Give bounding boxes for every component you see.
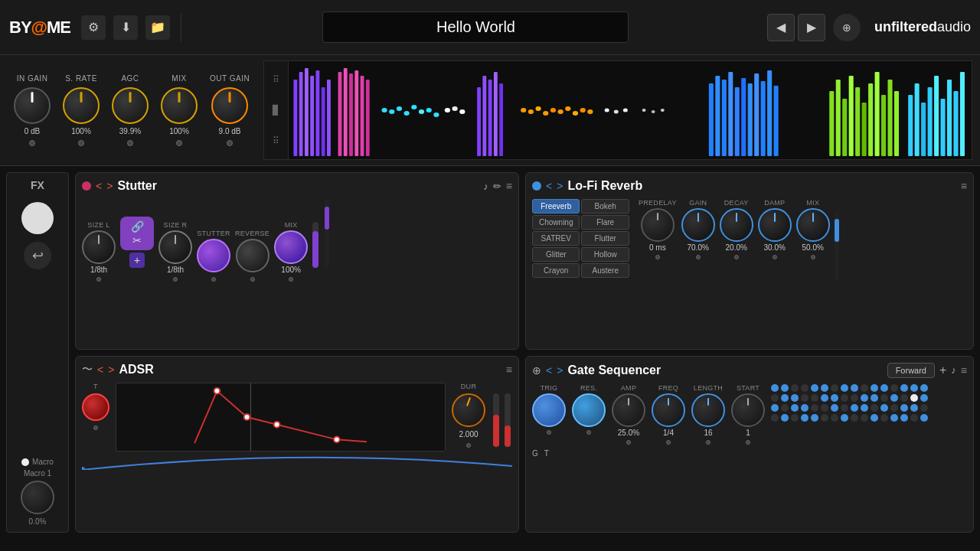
seq-cell[interactable] (880, 384, 888, 392)
seq-cell[interactable] (821, 414, 828, 422)
stutter-fader-1[interactable] (312, 222, 318, 268)
s-rate-knob[interactable] (63, 87, 100, 124)
spectrum-bars-icon[interactable]: ▊ (273, 105, 279, 116)
seq-cell[interactable] (781, 384, 789, 392)
seq-cell[interactable] (811, 404, 818, 412)
seq-cell[interactable] (781, 414, 789, 422)
seq-cell[interactable] (821, 384, 828, 392)
seq-cell[interactable] (791, 384, 799, 392)
length-knob[interactable] (691, 393, 725, 427)
seq-cell-white[interactable] (910, 394, 918, 402)
stutter-scrollbar[interactable] (325, 199, 329, 268)
forward-button[interactable]: Forward (887, 363, 935, 378)
adsr-menu-icon[interactable]: ≡ (506, 364, 512, 376)
lofi-mix-knob[interactable] (796, 208, 830, 242)
res-knob[interactable] (572, 393, 606, 427)
seq-cell[interactable] (801, 394, 808, 402)
stutter-edit-icon[interactable]: ✏ (493, 181, 501, 192)
seq-cell[interactable] (871, 384, 878, 392)
seq-cell[interactable] (811, 384, 818, 392)
freq-knob[interactable] (652, 393, 685, 427)
spectrum-grid-icon[interactable]: ⠿ (273, 135, 279, 146)
seq-cell[interactable] (801, 414, 808, 422)
preset-bokeh[interactable]: Bokeh (581, 199, 629, 214)
lofi-scrollbar[interactable] (835, 211, 839, 280)
seq-cell[interactable] (880, 394, 888, 402)
stutter-ctrl-knob[interactable] (197, 239, 230, 272)
seq-cell[interactable] (851, 404, 858, 412)
adsr-t-knob[interactable] (82, 393, 109, 421)
damp-knob[interactable] (758, 208, 792, 242)
seq-cell[interactable] (851, 394, 858, 402)
settings-icon[interactable]: ⚙ (81, 15, 106, 40)
seq-cell[interactable] (920, 404, 928, 412)
preset-satrev[interactable]: SATREV (532, 231, 580, 246)
seq-cell[interactable] (910, 404, 918, 412)
seq-cell[interactable] (851, 414, 858, 422)
out-gain-knob[interactable] (211, 87, 248, 124)
lofi-gain-knob[interactable] (681, 208, 715, 242)
preset-glitter[interactable]: Glitter (532, 247, 580, 262)
fx-back-button[interactable]: ↩ (24, 242, 51, 269)
macro-1-knob[interactable] (21, 481, 54, 514)
seq-cell[interactable] (851, 384, 858, 392)
seq-cell[interactable] (831, 404, 838, 412)
fx-circle[interactable] (21, 202, 54, 234)
mix-knob[interactable] (161, 87, 198, 124)
seq-cell[interactable] (791, 414, 799, 422)
seq-cell[interactable] (900, 384, 908, 392)
seq-cell[interactable] (871, 414, 878, 422)
gate-menu-icon[interactable]: ≡ (961, 364, 967, 377)
seq-cell[interactable] (841, 404, 848, 412)
seq-cell[interactable] (781, 404, 789, 412)
seq-cell[interactable] (801, 384, 808, 392)
seq-cell[interactable] (910, 414, 918, 422)
seq-cell[interactable] (890, 384, 898, 392)
adsr-fader-2[interactable] (505, 393, 511, 447)
start-knob[interactable] (731, 393, 765, 427)
seq-cell[interactable] (791, 394, 799, 402)
link-button[interactable]: 🔗 ✂ (120, 217, 154, 250)
adsr-graph[interactable] (116, 383, 446, 452)
seq-cell[interactable] (861, 414, 868, 422)
seq-cell[interactable] (900, 414, 908, 422)
adsr-dur-knob[interactable] (452, 393, 485, 427)
seq-cell[interactable] (861, 404, 868, 412)
seq-cell[interactable] (861, 384, 868, 392)
seq-cell[interactable] (890, 394, 898, 402)
seq-cell[interactable] (841, 394, 848, 402)
seq-cell[interactable] (880, 414, 888, 422)
seq-cell[interactable] (801, 404, 808, 412)
seq-cell[interactable] (871, 394, 878, 402)
gate-music-icon[interactable]: ♪ (951, 364, 956, 376)
download-icon[interactable]: ⬇ (113, 15, 138, 40)
seq-cell[interactable] (910, 384, 918, 392)
decay-knob[interactable] (720, 208, 753, 242)
preset-chowning[interactable]: Chowning (532, 215, 580, 230)
seq-cell[interactable] (831, 384, 838, 392)
seq-cell[interactable] (771, 404, 779, 412)
seq-cell[interactable] (821, 404, 828, 412)
seq-cell[interactable] (880, 404, 888, 412)
seq-cell[interactable] (890, 404, 898, 412)
seq-cell[interactable] (821, 394, 828, 402)
reverse-knob[interactable] (236, 239, 270, 272)
preset-crayon[interactable]: Crayon (532, 263, 580, 278)
seq-cell[interactable] (890, 414, 898, 422)
trig-knob[interactable] (532, 393, 566, 427)
size-r-knob[interactable] (158, 230, 192, 264)
seq-cell[interactable] (811, 414, 818, 422)
seq-cell[interactable] (841, 414, 848, 422)
adsr-fader-1[interactable] (493, 393, 499, 447)
seq-cell[interactable] (920, 414, 928, 422)
folder-icon[interactable]: 📁 (145, 15, 170, 40)
stutter-mix-knob[interactable] (274, 230, 308, 264)
spectrum-dots-icon[interactable]: ⠿ (273, 74, 279, 85)
seq-cell[interactable] (791, 404, 799, 412)
seq-cell[interactable] (900, 394, 908, 402)
preset-flare[interactable]: Flare (581, 215, 629, 230)
seq-cell[interactable] (771, 394, 779, 402)
preset-icon[interactable]: ⊕ (833, 14, 861, 41)
agc-knob[interactable] (112, 87, 149, 124)
nav-prev-button[interactable]: ◀ (767, 14, 795, 41)
